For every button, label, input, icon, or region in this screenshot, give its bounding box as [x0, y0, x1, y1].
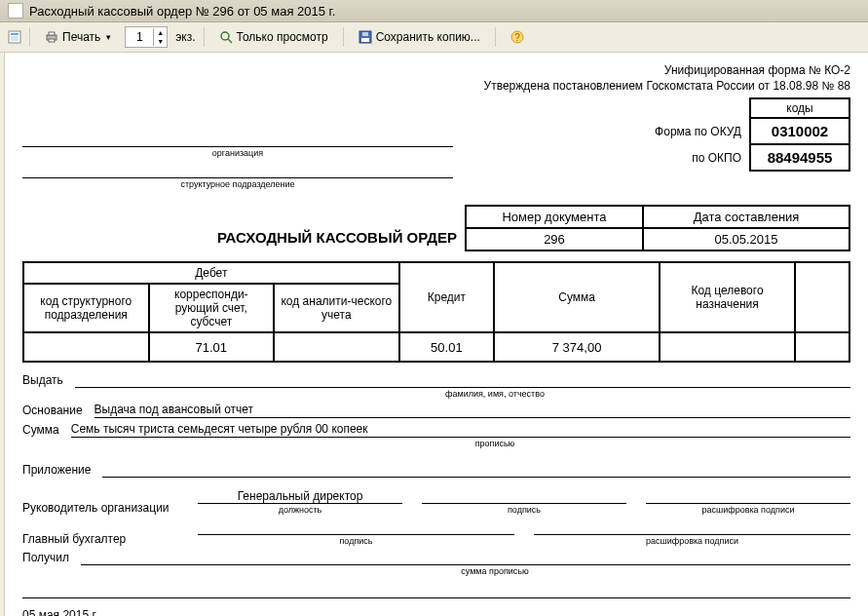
received-line2	[22, 584, 850, 598]
credit-header: Кредит	[399, 262, 494, 332]
sum-value: 7 374,00	[494, 332, 660, 362]
okud-value: 0310002	[750, 118, 849, 144]
department-sublabel: структурное подразделение	[22, 179, 453, 189]
number-header: Номер документа	[466, 206, 643, 228]
floppy-icon	[359, 30, 372, 44]
document-number: 296	[466, 228, 643, 250]
svg-text:?: ?	[514, 32, 520, 43]
copies-spinner[interactable]: ▲ ▼	[125, 26, 168, 48]
okud-label: Форма по ОКУД	[647, 118, 750, 144]
separator	[29, 27, 30, 47]
credit-value: 50.01	[399, 332, 494, 362]
svg-rect-10	[362, 32, 368, 36]
form-header-lines: Унифицированная форма № КО-2 Утверждена …	[22, 62, 850, 94]
document-icon	[8, 3, 23, 19]
target-code-header: Код целевого назначения	[660, 262, 795, 332]
svg-rect-5	[49, 39, 55, 42]
corr-acc-header: корреспонди-рующий счет, субсчет	[149, 284, 275, 332]
spin-down-icon[interactable]: ▼	[154, 37, 167, 46]
signature-sublabel: подпись	[422, 505, 626, 515]
svg-rect-2	[11, 36, 19, 41]
basis-value: Выдача под авансовый отчет	[94, 403, 850, 418]
okpo-label: по ОКПО	[647, 144, 750, 171]
chief-acc-signature-line	[198, 520, 514, 535]
help-button[interactable]: ?	[504, 27, 531, 47]
received-sublabel: сумма прописью	[139, 566, 850, 576]
save-copy-label: Сохранить копию...	[376, 30, 480, 44]
form-line1: Унифицированная форма № КО-2	[22, 62, 850, 78]
save-copy-button[interactable]: Сохранить копию...	[352, 27, 487, 47]
codes-box: коды Форма по ОКУД 0310002 по ОКПО 88494…	[647, 97, 850, 172]
table-row: 71.01 50.01 7 374,00	[23, 332, 849, 362]
sum-words-value: Семь тысяч триста семьдесят четыре рубля…	[71, 422, 850, 438]
svg-rect-1	[11, 33, 19, 35]
anal-code-value	[274, 332, 399, 362]
debit-header: Дебет	[23, 262, 399, 284]
corr-acc-value: 71.01	[149, 332, 275, 362]
issue-label: Выдать	[22, 373, 63, 388]
head-name	[646, 489, 850, 504]
copies-label: экз.	[175, 30, 195, 44]
issue-sublabel: фамилия, имя, отчество	[139, 389, 850, 399]
magnifier-icon	[219, 30, 233, 44]
svg-point-6	[221, 32, 229, 40]
print-preview-icon[interactable]	[8, 30, 21, 44]
attachment-label: Приложение	[22, 463, 91, 478]
head-signature-line	[422, 489, 626, 504]
window-titlebar: Расходный кассовый ордер № 296 от 05 мая…	[0, 0, 868, 22]
target-code-value	[660, 332, 795, 362]
separator	[343, 27, 344, 47]
codes-header: коды	[750, 98, 849, 118]
print-button[interactable]: Печать ▼	[38, 27, 119, 47]
position-sublabel: должность	[198, 505, 402, 515]
svg-rect-4	[49, 32, 55, 35]
organization-sublabel: организация	[22, 148, 453, 158]
document-title: РАСХОДНЫЙ КАССОВЫЙ ОРДЕР	[217, 229, 465, 251]
chief-acc-name	[534, 520, 850, 535]
sum-words-sublabel: прописью	[139, 439, 850, 448]
anal-code-header: код аналити-ческого учета	[274, 284, 399, 332]
attachment-value	[102, 462, 850, 478]
code-dept-header: код структурного подразделения	[23, 284, 149, 332]
separator	[204, 27, 205, 47]
number-date-table: Номер документа Дата составления 296 05.…	[465, 205, 850, 251]
department-field	[22, 164, 453, 178]
svg-rect-9	[361, 38, 369, 42]
document-date: 05.05.2015	[643, 228, 849, 250]
extra-header	[795, 262, 849, 332]
chief-acc-signature-sublabel: подпись	[198, 536, 514, 546]
code-dept-value	[23, 332, 149, 362]
spin-up-icon[interactable]: ▲	[154, 28, 167, 37]
help-icon: ?	[510, 30, 524, 44]
head-label: Руководитель организации	[22, 501, 178, 515]
svg-line-7	[228, 39, 232, 43]
print-label: Печать	[62, 30, 100, 44]
head-position: Генеральный директор	[198, 489, 402, 504]
main-table: Дебет Кредит Сумма Код целевого назначен…	[22, 261, 850, 363]
issue-value	[75, 372, 850, 388]
preview-only-button[interactable]: Только просмотр	[212, 27, 335, 47]
document-body: Унифицированная форма № КО-2 Утверждена …	[4, 53, 868, 616]
separator	[495, 27, 496, 47]
printer-icon	[45, 30, 58, 44]
toolbar: Печать ▼ ▲ ▼ экз. Только просмотр Сохран…	[0, 22, 868, 53]
window-title: Расходный кассовый ордер № 296 от 05 мая…	[29, 4, 335, 19]
received-value	[81, 550, 850, 565]
chief-acc-label: Главный бухгалтер	[22, 532, 178, 546]
sum-words-label: Сумма	[22, 423, 59, 438]
date-header: Дата составления	[643, 206, 849, 228]
decipher-sublabel: расшифровка подписи	[646, 505, 850, 515]
extra-value	[795, 332, 849, 362]
organization-field	[22, 133, 453, 147]
footer-date: 05 мая 2015 г.	[22, 608, 850, 616]
copies-input[interactable]	[126, 29, 153, 45]
dropdown-icon: ▼	[104, 33, 112, 42]
preview-only-label: Только просмотр	[237, 30, 328, 44]
okpo-value: 88494955	[750, 144, 849, 171]
chief-acc-decipher-sublabel: расшифровка подписи	[534, 536, 850, 546]
received-label: Получил	[22, 551, 69, 565]
sum-header: Сумма	[494, 262, 660, 332]
basis-label: Основание	[22, 404, 83, 418]
form-line2: Утверждена постановлением Госкомстата Ро…	[22, 78, 850, 94]
